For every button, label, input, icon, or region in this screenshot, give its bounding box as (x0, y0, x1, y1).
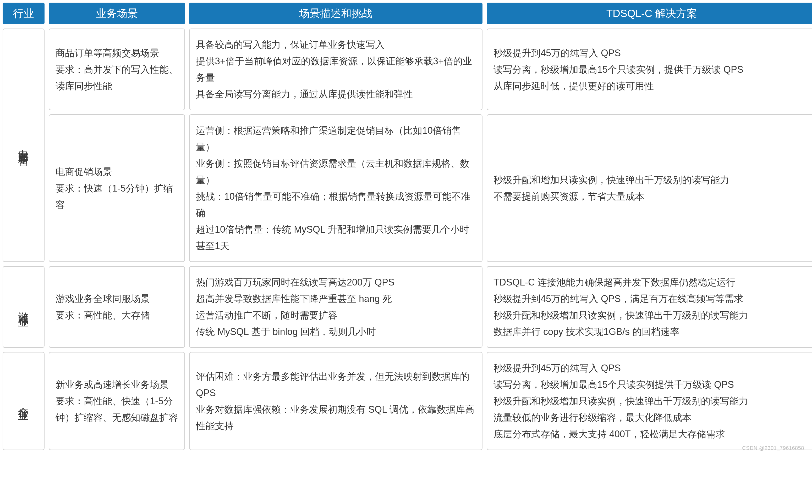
solution-cell: 秒级提升到45万的纯写入 QPS读写分离，秒级增加最高15个只读实例提供千万级读… (487, 352, 812, 450)
challenge-cell: 运营侧：根据运营策略和推广渠道制定促销目标（比如10倍销售量）业务侧：按照促销目… (189, 114, 482, 262)
solution-cell: 秒级提升到45万的纯写入 QPS读写分离，秒级增加最高15个只读实例，提供千万级… (487, 29, 812, 110)
scenario-cell: 商品订单等高频交易场景要求：高并发下的写入性能、读库同步性能 (49, 29, 185, 110)
solution-cell: 秒级升配和增加只读实例，快速弹出千万级别的读写能力不需要提前购买资源，节省大量成… (487, 114, 812, 262)
industry-label: 电商新零售 (3, 29, 44, 262)
watermark: CSDN @2301_79616858 (742, 445, 804, 451)
industry-label: 全行业 (3, 352, 44, 450)
scenario-cell: 游戏业务全球同服场景要求：高性能、大存储 (49, 266, 185, 348)
scenario-cell: 电商促销场景要求：快速（1-5分钟）扩缩容 (49, 114, 185, 262)
industry-label: 游戏行业 (3, 266, 44, 348)
header-challenges: 场景描述和挑战 (189, 3, 482, 24)
solution-cell: TDSQL-C 连接池能力确保超高并发下数据库仍然稳定运行秒级提升到45万的纯写… (487, 266, 812, 348)
challenge-cell: 热门游戏百万玩家同时在线读写高达200万 QPS超高并发导致数据库性能下降严重甚… (189, 266, 482, 348)
challenge-cell: 具备较高的写入能力，保证订单业务快速写入提供3+倍于当前峰值对应的数据库资源，以… (189, 29, 482, 110)
challenge-cell: 评估困难：业务方最多能评估出业务并发，但无法映射到数据库的 QPS业务对数据库强… (189, 352, 482, 450)
header-solution: TDSQL-C 解决方案 (487, 3, 812, 24)
header-industry: 行业 (3, 3, 44, 24)
header-scenario: 业务场景 (49, 3, 185, 24)
scenario-cell: 新业务或高速增长业务场景要求：高性能、快速（1-5分钟）扩缩容、无感知磁盘扩容 (49, 352, 185, 450)
